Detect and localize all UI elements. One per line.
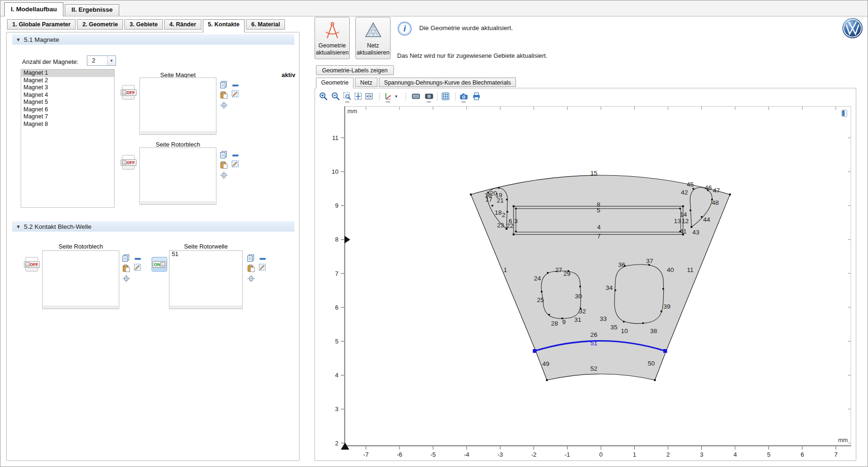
svg-text:36: 36: [618, 261, 625, 268]
svg-text:5: 5: [335, 338, 338, 345]
paste-icon[interactable]: [247, 265, 255, 272]
print-icon[interactable]: [472, 92, 481, 101]
svg-text:34: 34: [606, 284, 613, 291]
model-step-tab[interactable]: 4. Ränder: [164, 19, 201, 30]
zoom-to-selection-icon[interactable]: [220, 171, 228, 179]
model-step-tab[interactable]: 3. Gebiete: [124, 19, 163, 30]
aktiv-label: aktiv: [241, 71, 295, 78]
zoom-box-icon[interactable]: [343, 92, 352, 101]
grid-icon[interactable]: [441, 92, 450, 101]
magnet-list-item[interactable]: Magnet 5: [21, 99, 114, 106]
horizontal-scrollbar[interactable]: [140, 201, 215, 204]
clear-selection-icon[interactable]: [231, 90, 239, 98]
horizontal-scrollbar[interactable]: [140, 131, 215, 134]
svg-text:3: 3: [700, 451, 703, 458]
kontakt-rotorwelle-selection-box[interactable]: 51: [169, 250, 243, 309]
zoom-out-icon[interactable]: [331, 92, 340, 101]
remove-icon[interactable]: [259, 255, 267, 263]
axis-orientation-icon[interactable]: [384, 92, 392, 101]
svg-text:3: 3: [514, 218, 518, 225]
zoom-to-selection-icon[interactable]: [123, 275, 130, 282]
copy-icon[interactable]: [220, 81, 227, 88]
model-step-tab[interactable]: 6. Material: [246, 19, 285, 30]
zoom-to-selection-icon[interactable]: [220, 101, 228, 109]
remove-icon[interactable]: [134, 255, 142, 263]
remove-icon[interactable]: [232, 82, 239, 89]
horizontal-scrollbar[interactable]: [43, 305, 118, 309]
kontakt-rotorblech-title: Seite Rotorblech: [42, 243, 119, 250]
copy-icon[interactable]: [247, 254, 254, 262]
magnet-list[interactable]: Magnet 1Magnet 2Magnet 3Magnet 4Magnet 5…: [21, 69, 115, 208]
selection-list-item[interactable]: 51: [169, 251, 242, 258]
graphics-view-tab[interactable]: Netz: [355, 78, 377, 87]
window-tab[interactable]: II. Ergebnisse: [65, 4, 119, 16]
magnet-list-item[interactable]: Magnet 1: [21, 70, 114, 77]
clear-selection-icon[interactable]: [259, 264, 266, 271]
dropdown-caret-icon[interactable]: ▼: [394, 94, 398, 99]
section-header-magnete[interactable]: ▼ 5.1 Magnete: [12, 34, 294, 45]
image-copy-icon[interactable]: [412, 92, 420, 101]
svg-text:9: 9: [335, 202, 338, 209]
remove-icon[interactable]: [232, 152, 239, 159]
model-step-tab[interactable]: 2. Geometrie: [77, 19, 123, 30]
zoom-in-icon[interactable]: [319, 92, 328, 101]
magnet-list-item[interactable]: Magnet 3: [21, 84, 114, 92]
graphics-view-tabs: GeometrieNetzSpannungs-Dehnungs-Kurve de…: [316, 78, 516, 88]
side-magnet-selection-box[interactable]: [139, 78, 216, 135]
paste-icon[interactable]: [123, 265, 130, 272]
kontakt-rotorblech-selection-box[interactable]: [42, 250, 119, 309]
plot-properties-icon[interactable]: [841, 109, 847, 117]
show-geometry-labels-button[interactable]: Geometrie-Labels zeigen: [316, 65, 394, 75]
clear-selection-icon[interactable]: [134, 264, 141, 271]
magnet-list-item[interactable]: Magnet 4: [21, 92, 114, 99]
unit-label-top: mm: [347, 108, 357, 115]
magnet-count-select[interactable]: 2 ▼: [87, 55, 116, 66]
button-label: Geometrie aktualisieren: [315, 42, 349, 56]
model-step-tabs: 1. Globale Parameter2. Geometrie3. Gebie…: [7, 19, 285, 32]
svg-text:9: 9: [562, 319, 566, 326]
svg-text:31: 31: [574, 316, 581, 323]
svg-text:35: 35: [610, 324, 617, 331]
update-mesh-button[interactable]: Netz aktualisieren: [355, 17, 391, 59]
svg-text:6: 6: [800, 451, 804, 458]
magnet-list-item[interactable]: Magnet 7: [21, 113, 114, 121]
side-rotorblech-selection-box[interactable]: [139, 148, 216, 205]
update-geometry-button[interactable]: Geometrie aktualisieren: [315, 17, 350, 59]
svg-text:44: 44: [703, 216, 711, 223]
magnet-list-item[interactable]: Magnet 8: [21, 121, 114, 128]
horizontal-scrollbar[interactable]: [170, 305, 242, 309]
copy-icon[interactable]: [122, 254, 130, 262]
magnet-list-item[interactable]: Magnet 2: [21, 77, 114, 85]
geometry-plot-canvas[interactable]: -7-6-5-4-3-2-101234567234567891011 mm mm: [344, 106, 851, 463]
paste-icon[interactable]: [220, 91, 228, 99]
toggle-state-label: OFF: [127, 160, 135, 165]
kontakt-rotorwelle-toggle[interactable]: ON: [152, 257, 167, 272]
paste-icon[interactable]: [220, 161, 228, 169]
collapse-arrow-icon: ▼: [16, 37, 21, 42]
unit-label-bottom: mm: [838, 437, 848, 444]
svg-text:-5: -5: [430, 451, 436, 458]
magnet-count-label: Anzahl der Magnete:: [22, 58, 78, 65]
magnet-list-item[interactable]: Magnet 6: [21, 106, 114, 114]
window-tab[interactable]: I. Modellaufbau: [4, 2, 63, 16]
graphics-view-tab[interactable]: Geometrie: [316, 78, 353, 88]
side-rotorblech-toggle[interactable]: OFF: [122, 155, 135, 170]
clear-selection-icon[interactable]: [231, 160, 239, 168]
graphics-view-tab[interactable]: Spannungs-Dehnungs-Kurve des Blechmateri…: [379, 78, 516, 87]
model-step-tab[interactable]: 5. Kontakte: [203, 19, 245, 32]
snapshot-icon[interactable]: [460, 92, 468, 101]
svg-text:11: 11: [687, 266, 693, 273]
model-step-tab[interactable]: 1. Globale Parameter: [7, 19, 76, 30]
side-magnet-icon-group: [219, 80, 240, 110]
zoom-to-selection-icon[interactable]: [247, 275, 255, 282]
zoom-extents-icon[interactable]: [354, 92, 362, 101]
side-rotorblech-icon-group: [219, 150, 240, 180]
fit-view-icon[interactable]: [365, 92, 373, 101]
svg-text:7: 7: [834, 451, 837, 458]
image-export-icon[interactable]: [425, 92, 433, 101]
side-magnet-toggle[interactable]: OFF: [122, 85, 135, 100]
toolbar-separator: [437, 93, 438, 101]
kontakt-rotorblech-toggle[interactable]: OFF: [25, 257, 38, 272]
copy-icon[interactable]: [220, 151, 227, 158]
section-header-kontakt[interactable]: ▼ 5.2 Kontakt Blech-Welle: [12, 221, 294, 232]
